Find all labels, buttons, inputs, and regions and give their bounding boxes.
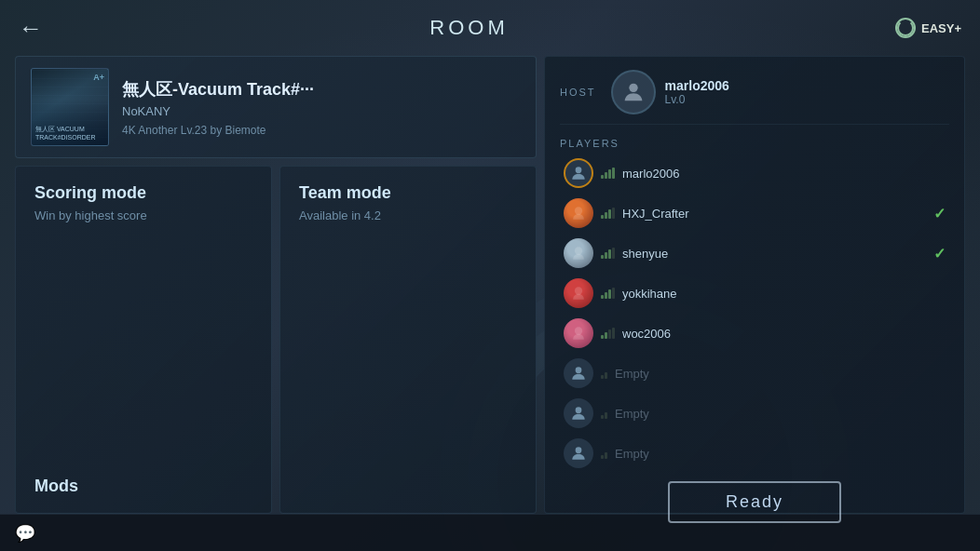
ready-check-icon: ✓ [933, 205, 946, 222]
main-content: 無人区 VACUUM TRACK#DISORDER 無人区-Vacuum Tra… [0, 56, 980, 514]
signal-icon [601, 328, 615, 339]
ready-button-wrapper: Ready [560, 481, 949, 523]
host-level: Lv.0 [665, 93, 729, 106]
svg-point-0 [629, 84, 637, 92]
player-avatar-icon [569, 164, 588, 182]
difficulty-icon [895, 18, 916, 38]
team-mode-title: Team mode [299, 183, 517, 203]
players-list: marlo2006HXJ_Crafter✓shenyue✓yokkihanewo… [560, 155, 949, 472]
scoring-mode-subtitle: Win by highest score [34, 208, 252, 222]
mods-label: Mods [34, 477, 252, 496]
page-title: ROOM [429, 16, 508, 40]
player-avatar [564, 358, 593, 388]
player-row: marlo2006 [560, 155, 949, 192]
player-avatar-icon [569, 204, 588, 222]
player-avatar [564, 158, 593, 188]
player-row: yokkihane [560, 275, 949, 312]
album-label: 無人区 VACUUM TRACK#DISORDER [35, 125, 104, 141]
host-section: HOST marlo2006 Lv.0 [560, 70, 949, 125]
player-row: Empty [560, 395, 949, 432]
player-avatar [564, 398, 593, 428]
song-card[interactable]: 無人区 VACUUM TRACK#DISORDER 無人区-Vacuum Tra… [15, 56, 537, 158]
player-avatar-icon [569, 324, 588, 343]
signal-icon [601, 448, 607, 459]
player-name: yokkihane [622, 287, 946, 301]
player-avatar [564, 278, 593, 308]
player-row: woc2006 [560, 315, 949, 352]
left-panel: 無人区 VACUUM TRACK#DISORDER 無人区-Vacuum Tra… [15, 56, 537, 514]
player-avatar-icon [569, 364, 588, 383]
back-button[interactable]: ← [19, 14, 43, 43]
song-artist: NoKANY [122, 104, 521, 118]
host-avatar [611, 70, 656, 114]
scoring-mode-card[interactable]: Scoring mode Win by highest score Mods [15, 166, 272, 514]
host-name: marlo2006 [665, 78, 729, 93]
ready-check-icon: ✓ [933, 245, 946, 262]
player-name: HXJ_Crafter [622, 207, 926, 221]
song-info: 無人区-Vacuum Track#··· NoKANY 4K Another L… [122, 78, 521, 137]
signal-icon [601, 208, 615, 219]
player-name: marlo2006 [622, 167, 946, 181]
player-avatar [564, 238, 593, 268]
svg-point-5 [575, 327, 582, 334]
player-name: Empty [615, 367, 946, 381]
player-name: woc2006 [622, 327, 946, 341]
player-avatar-icon [569, 244, 588, 262]
song-meta: 4K Another Lv.23 by Biemote [122, 124, 521, 137]
player-name: Empty [615, 447, 946, 461]
player-row: Empty [560, 435, 949, 472]
host-label: HOST [560, 87, 596, 98]
team-mode-card[interactable]: Team mode Available in 4.2 [279, 166, 537, 514]
mode-row: Scoring mode Win by highest score Mods T… [15, 166, 537, 514]
header: ← ROOM EASY+ [0, 0, 980, 56]
svg-point-2 [575, 207, 582, 214]
player-avatar [564, 438, 593, 468]
svg-point-1 [576, 167, 582, 173]
svg-point-4 [575, 287, 582, 294]
album-art: 無人区 VACUUM TRACK#DISORDER [31, 68, 109, 146]
difficulty-label: EASY+ [921, 21, 961, 35]
player-row: HXJ_Crafter✓ [560, 195, 949, 232]
signal-icon [601, 368, 607, 379]
player-row: Empty [560, 355, 949, 392]
signal-icon [601, 288, 615, 299]
player-row: shenyue✓ [560, 235, 949, 272]
signal-icon [601, 408, 607, 419]
player-name: Empty [615, 407, 946, 421]
song-title: 無人区-Vacuum Track#··· [122, 78, 521, 101]
right-panel: HOST marlo2006 Lv.0 PLAYERS marlo2006HXJ… [544, 56, 965, 514]
chat-icon[interactable]: 💬 [15, 523, 35, 544]
signal-icon [601, 248, 615, 259]
player-avatar-icon [569, 404, 588, 423]
signal-icon [601, 168, 615, 179]
host-info: marlo2006 Lv.0 [665, 78, 729, 106]
difficulty-badge[interactable]: EASY+ [895, 18, 961, 38]
ready-button[interactable]: Ready [668, 481, 841, 523]
team-mode-subtitle: Available in 4.2 [299, 208, 517, 222]
player-avatar-icon [569, 284, 588, 302]
svg-point-3 [575, 247, 582, 254]
player-avatar [564, 198, 593, 228]
player-avatar [564, 318, 593, 348]
players-header: PLAYERS [560, 138, 949, 149]
player-name: shenyue [622, 247, 926, 261]
svg-point-8 [576, 447, 582, 453]
host-avatar-icon [620, 79, 647, 105]
svg-point-6 [576, 367, 582, 373]
svg-point-7 [576, 407, 582, 413]
player-avatar-icon [569, 444, 588, 463]
scoring-mode-title: Scoring mode [34, 183, 252, 203]
